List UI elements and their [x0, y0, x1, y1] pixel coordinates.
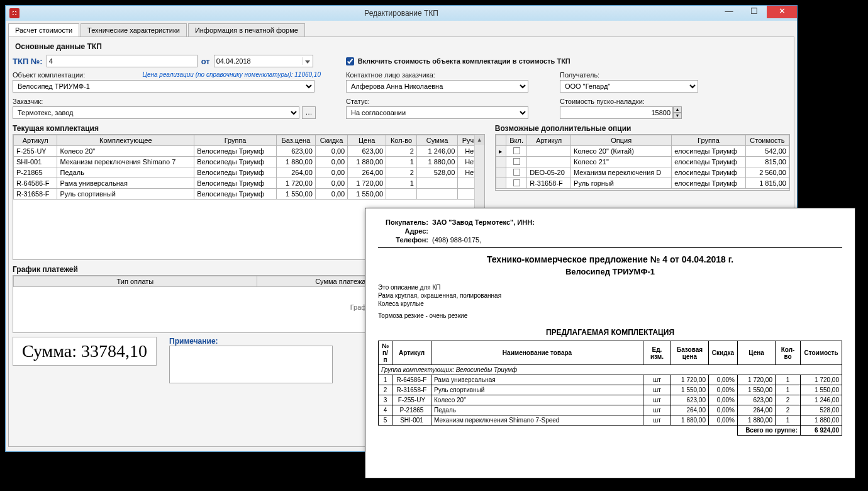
- tkp-no-input[interactable]: [47, 55, 198, 67]
- titlebar[interactable]: Редактирование ТКП — ☐ ✕: [6, 6, 797, 21]
- tab-print[interactable]: Информация в печатной форме: [188, 23, 305, 37]
- doc-table: № п/п Артикул Наименование товара Ед. из…: [378, 341, 842, 436]
- table-row[interactable]: DEO-05-20Механизм переключения Dелосипед…: [496, 167, 789, 178]
- sum-value: 33784,10: [81, 341, 147, 361]
- col-sum[interactable]: Сумма: [416, 135, 457, 146]
- frame-main-label: Основные данные ТКП: [15, 42, 790, 51]
- setup-cost-down-button[interactable]: ▼: [673, 113, 682, 119]
- price-hint: Цена реализации (по справочнику номенкла…: [142, 71, 321, 79]
- customer-select[interactable]: Термотекс, завод: [13, 106, 299, 119]
- col-baseprice[interactable]: Баз.цена: [277, 135, 316, 146]
- include-cost-label: Включить стоимость объекта комплектации …: [358, 57, 570, 65]
- table-row[interactable]: R-31658-FРуль спортивныйВелосипеды Триум…: [14, 189, 484, 200]
- col-component[interactable]: Комплектующее: [57, 135, 194, 146]
- contact-select[interactable]: Алферова Анна Николаевна: [346, 80, 528, 93]
- close-button[interactable]: ✕: [767, 6, 797, 18]
- tkp-no-label: ТКП №:: [13, 57, 43, 66]
- maximize-button[interactable]: ☐: [742, 6, 767, 18]
- option-checkbox[interactable]: [513, 179, 520, 186]
- setup-cost-label: Стоимость пуско-наладки:: [560, 98, 698, 105]
- status-label: Статус:: [346, 98, 535, 105]
- date-input[interactable]: [214, 55, 303, 67]
- table-row[interactable]: R-31658-FРуль горныйелосипеды Триумф1 81…: [496, 178, 789, 189]
- options-grid[interactable]: Вкл. Артикул Опция Группа Стоимость ▸Кол…: [495, 134, 790, 191]
- col-price[interactable]: Цена: [348, 135, 386, 146]
- date-dropdown-button[interactable]: [303, 57, 313, 65]
- obj-label: Объект комплектации:: [13, 71, 85, 79]
- total-sum-box: Сумма: 33784,10: [13, 337, 157, 366]
- option-checkbox[interactable]: [513, 147, 520, 154]
- tel-value: (498) 988-0175,: [432, 236, 481, 244]
- option-checkbox[interactable]: [513, 158, 520, 165]
- doc-desc3: Колеса круглые: [378, 300, 842, 307]
- from-label: от: [201, 57, 210, 66]
- current-config-label: Текущая комплектация: [13, 124, 485, 133]
- table-row[interactable]: P-21865ПедальВелосипеды Триумф264,000,00…: [14, 167, 484, 178]
- col-art2[interactable]: Артикул: [527, 135, 571, 146]
- setup-cost-input[interactable]: [560, 106, 673, 119]
- note-label: Примечание:: [169, 337, 333, 346]
- table-row[interactable]: ▸Колесо 20" (Китай)елосипеды Триумф542,0…: [496, 146, 789, 157]
- options-label: Возможные дополнительные опции: [495, 124, 790, 133]
- minimize-button[interactable]: —: [716, 6, 742, 18]
- table-row[interactable]: R-64586-FРама универсальнаяВелосипеды Тр…: [14, 178, 484, 189]
- col-incl[interactable]: Вкл.: [506, 135, 526, 146]
- chevron-down-icon: [305, 60, 310, 64]
- table-row[interactable]: SHI-001Механизм переключения Shimano 7Ве…: [14, 157, 484, 167]
- tel-label: Телефон:: [378, 236, 428, 244]
- table-row[interactable]: F-255-UYКолесо 20"Велосипеды Триумф623,0…: [14, 146, 484, 157]
- col-opt[interactable]: Опция: [571, 135, 672, 146]
- doc-desc2: Рама круглая, окрашенная, полированная: [378, 292, 842, 299]
- setup-cost-up-button[interactable]: ▲: [673, 106, 682, 113]
- addr-label: Адрес:: [378, 227, 428, 235]
- tabstrip: Расчет стоимости Технические характерист…: [8, 23, 794, 37]
- include-cost-checkbox[interactable]: [346, 57, 354, 65]
- doc-title: Технико-коммерческое предложение № 4 от …: [378, 254, 842, 264]
- scroll-up-button[interactable]: ▲: [475, 135, 484, 145]
- doc-product: Велосипед ТРИУМФ-1: [378, 267, 842, 276]
- col-article[interactable]: Артикул: [14, 135, 57, 146]
- option-checkbox[interactable]: [513, 169, 520, 176]
- obj-select[interactable]: Велосипед ТРИУМФ-1: [13, 80, 314, 93]
- status-select[interactable]: На согласовании: [346, 106, 528, 119]
- app-icon: [9, 8, 19, 18]
- customer-label: Заказчик:: [13, 98, 321, 105]
- col-qty[interactable]: Кол-во: [386, 135, 417, 146]
- window-title: Редактирование ТКП: [364, 9, 438, 18]
- sum-label: Сумма:: [22, 341, 77, 361]
- contact-label: Контактное лицо заказчика:: [346, 71, 535, 79]
- customer-browse-button[interactable]: …: [302, 106, 316, 119]
- tab-tech[interactable]: Технические характеристики: [81, 23, 187, 37]
- col-discount[interactable]: Скидка: [315, 135, 347, 146]
- buyer-label: Покупатель:: [378, 218, 428, 226]
- note-input[interactable]: [169, 346, 333, 383]
- recipient-label: Получатель:: [560, 71, 698, 79]
- recipient-select[interactable]: ООО "Гепард": [560, 80, 698, 93]
- buyer-value: ЗАО "Завод Термотекс", ИНН:: [432, 218, 535, 226]
- table-row[interactable]: Колесо 21"елосипеды Триумф815,00: [496, 157, 789, 167]
- document-preview: Покупатель:ЗАО "Завод Термотекс", ИНН: А…: [365, 208, 855, 478]
- doc-desc4: Тормоза резкие - очень резкие: [378, 312, 842, 319]
- tab-cost[interactable]: Расчет стоимости: [8, 23, 79, 37]
- col-group[interactable]: Группа: [194, 135, 277, 146]
- pay-col-type[interactable]: Тип оплаты: [14, 276, 257, 287]
- doc-desc1: Это описание для КП: [378, 284, 842, 291]
- col-grp2[interactable]: Группа: [672, 135, 745, 146]
- col-cost2[interactable]: Стоимость: [745, 135, 789, 146]
- doc-section: ПРЕДЛАГАЕМАЯ КОМПЛЕКТАЦИЯ: [378, 328, 842, 337]
